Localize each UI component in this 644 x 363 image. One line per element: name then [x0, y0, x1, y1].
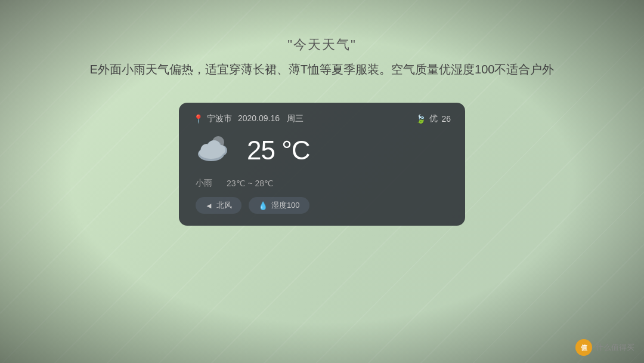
humidity-icon: 💧 [258, 201, 268, 210]
weather-header: 📍 宁波市 2020.09.16 周三 🍃 优 26 [193, 113, 451, 124]
content-area: "今天天气" E外面小雨天气偏热，适宜穿薄长裙、薄T恤等夏季服装。空气质量优湿度… [36, 36, 608, 327]
wind-label: 北风 [216, 200, 232, 211]
title-section: "今天天气" E外面小雨天气偏热，适宜穿薄长裙、薄T恤等夏季服装。空气质量优湿度… [90, 36, 555, 93]
weather-date: 2020.09.16 周三 [238, 113, 304, 124]
weather-main: 25 °C [193, 133, 451, 168]
query-title: "今天天气" [90, 36, 555, 54]
wind-icon: ◄ [205, 201, 213, 210]
watermark-circle: 值 [575, 339, 592, 356]
wind-tag: ◄ 北风 [196, 197, 242, 214]
cloud-icon [193, 133, 235, 168]
air-quality-value: 26 [441, 114, 451, 124]
weather-quality: 🍃 优 26 [416, 113, 451, 124]
location-name: 宁波市 [207, 113, 232, 124]
weather-type: 小雨 [196, 178, 212, 189]
humidity-tag: 💧 湿度100 [249, 197, 309, 214]
weather-details: 小雨 23℃ ~ 28℃ [193, 178, 451, 189]
weather-location: 📍 宁波市 2020.09.16 周三 [193, 113, 304, 124]
location-pin-icon: 📍 [193, 114, 203, 124]
watermark-text: 什么值得买 [596, 342, 634, 353]
svg-point-8 [216, 145, 225, 155]
description-text: E外面小雨天气偏热，适宜穿薄长裙、薄T恤等夏季服装。空气质量优湿度100不适合户… [90, 60, 555, 79]
air-quality-label: 优 [429, 113, 438, 124]
projection-screen: "今天天气" E外面小雨天气偏热，适宜穿薄长裙、薄T恤等夏季服装。空气质量优湿度… [0, 0, 644, 363]
weather-card: 📍 宁波市 2020.09.16 周三 🍃 优 26 [179, 103, 465, 226]
weather-tags: ◄ 北风 💧 湿度100 [193, 197, 451, 214]
leaf-icon: 🍃 [416, 114, 426, 124]
temp-range: 23℃ ~ 28℃ [227, 179, 274, 188]
humidity-label: 湿度100 [271, 200, 300, 211]
watermark: 值 什么值得买 [575, 339, 634, 356]
temperature: 25 °C [247, 136, 310, 165]
